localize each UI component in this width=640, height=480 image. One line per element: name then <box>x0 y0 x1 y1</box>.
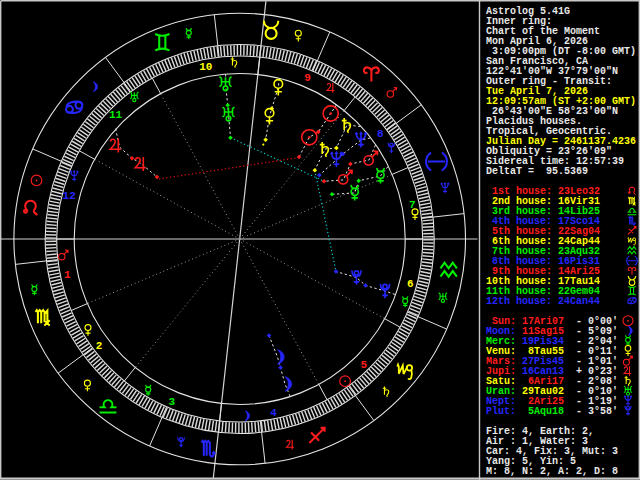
svg-text:1: 1 <box>64 269 71 281</box>
svg-text:9: 9 <box>304 72 311 84</box>
svg-text:5: 5 <box>361 359 368 371</box>
svg-text:4: 4 <box>270 407 277 419</box>
svg-text:6: 6 <box>407 278 414 290</box>
svg-text:2: 2 <box>96 340 103 352</box>
svg-text:- 3°58': - 3°58' <box>570 406 618 417</box>
svg-text:10: 10 <box>199 61 212 73</box>
svg-text:3: 3 <box>168 396 175 408</box>
svg-text:12: 12 <box>63 190 76 202</box>
svg-text:DeltaT = 95.5369: DeltaT = 95.5369 <box>486 166 588 177</box>
svg-text:M: 8, N: 2, A: 2, D: 8: M: 8, N: 2, A: 2, D: 8 <box>486 466 618 477</box>
svg-text:8: 8 <box>377 128 384 140</box>
svg-text:5Aqu18: 5Aqu18 <box>516 406 564 417</box>
svg-text:Plut:: Plut: <box>486 406 516 417</box>
svg-text:11: 11 <box>109 109 123 121</box>
svg-text:12th house: 24Can44: 12th house: 24Can44 <box>486 296 600 307</box>
